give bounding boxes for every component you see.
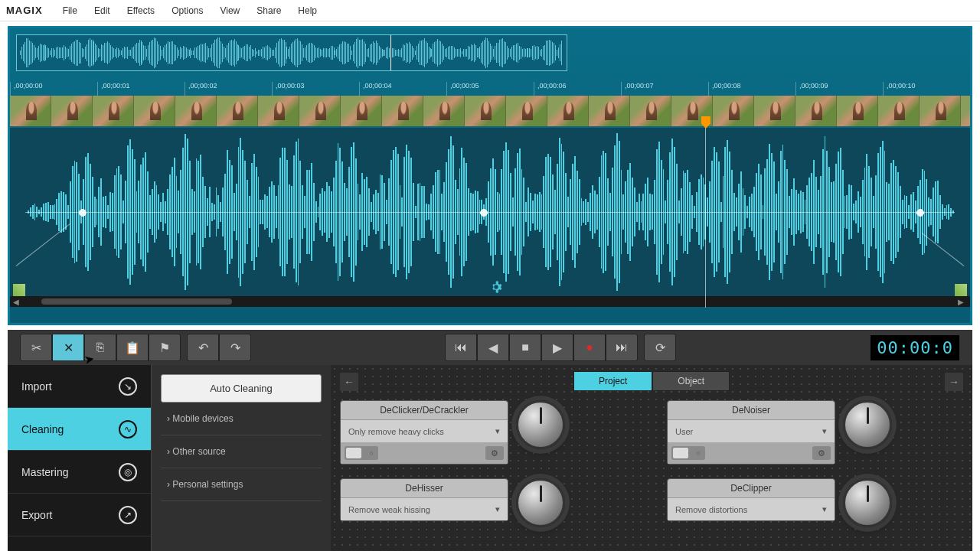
time-ruler[interactable]: ,00;00:00 ,00;00:01 ,00;00:02 ,00;00:03 … (10, 82, 970, 96)
cross-icon: ✕ (64, 341, 74, 355)
sidebar-item-import[interactable]: Import ↘ (8, 365, 151, 408)
fade-in-corner[interactable] (13, 284, 25, 296)
skip-start-button[interactable]: ⏮ (445, 334, 477, 361)
sidebar-item-export[interactable]: Export ↗ (8, 494, 151, 536)
copy-icon: ⎘ (96, 341, 104, 354)
import-icon: ↘ (119, 377, 137, 396)
fade-handle[interactable] (916, 209, 924, 217)
menu-view[interactable]: View (212, 2, 247, 19)
subnav-mobile[interactable]: › Mobile devices (161, 403, 322, 435)
mastering-icon: ◎ (119, 463, 137, 481)
effect-title: DeNoiser (668, 401, 835, 420)
prev-icon: ◀ (488, 341, 498, 355)
overview-playhead[interactable] (390, 35, 391, 71)
sidebar-item-mastering[interactable]: Mastering ◎ (8, 451, 151, 494)
effect-preset-select[interactable]: User ▾ (668, 420, 835, 442)
menu-bar: MAGIX File Edit Effects Options View Sha… (0, 0, 980, 21)
record-button[interactable]: ● (573, 334, 606, 361)
play-button[interactable]: ▶ (541, 334, 573, 361)
cleaning-subnav: Auto Cleaning › Mobile devices › Other s… (152, 365, 331, 551)
time-tick: ,00;00:04 (359, 82, 446, 96)
chevron-down-icon: ▾ (495, 426, 500, 436)
effect-preset-select[interactable]: Remove weak hissing ▾ (341, 498, 508, 520)
scroll-thumb[interactable] (41, 298, 232, 305)
skip-end-button[interactable]: ⏭ (606, 334, 638, 361)
sidebar-item-label: Import (21, 380, 52, 393)
gear-icon: ⚙ (818, 448, 825, 458)
redo-icon: ↷ (230, 341, 240, 355)
auto-cleaning-button[interactable]: Auto Cleaning (161, 374, 322, 403)
paste-icon: 📋 (125, 341, 140, 355)
time-tick: ,00;00:07 (621, 82, 708, 96)
marker-button[interactable]: ⚑ (149, 334, 181, 361)
effect-title: DeHisser (341, 479, 508, 498)
record-icon: ● (586, 341, 593, 354)
fade-handle[interactable] (79, 209, 87, 217)
gear-icon: ⚙ (491, 448, 498, 458)
effect-preset-select[interactable]: Remove distortions ▾ (668, 498, 835, 520)
effect-knob[interactable] (843, 478, 892, 527)
time-tick: ,00;00:02 (185, 82, 272, 96)
transport-toolbar: ✂ ✕ ⎘ 📋 ⚑ ↶ ↷ ⏮ ◀ ■ ▶ ● ⏭ ⟳ 00:00:0 (8, 330, 972, 365)
effect-toggle[interactable]: ○ (671, 446, 705, 460)
track-settings-icon[interactable] (490, 281, 502, 293)
stop-button[interactable]: ■ (509, 334, 541, 361)
arrow-right-icon: → (949, 376, 959, 388)
menu-options[interactable]: Options (164, 2, 211, 19)
loop-icon: ⟳ (655, 341, 665, 355)
redo-button[interactable]: ↷ (219, 334, 251, 361)
chevron-down-icon: ▾ (822, 504, 827, 514)
time-tick: ,00;00:00 (10, 82, 97, 96)
chevron-down-icon: ▾ (495, 504, 500, 514)
fade-out-corner[interactable] (955, 284, 967, 296)
tab-object[interactable]: Object (652, 371, 730, 391)
overview-waveform[interactable] (16, 34, 567, 71)
subnav-other[interactable]: › Other source (161, 435, 322, 468)
effect-declicker: DeClicker/DeCrackler Only remove heavy c… (340, 400, 636, 465)
effect-preset-label: Remove weak hissing (348, 505, 430, 514)
arrow-left-icon: ← (344, 376, 354, 388)
effect-denoiser: DeNoiser User ▾ ○ ⚙ (667, 400, 963, 465)
app-logo: MAGIX (6, 5, 43, 16)
scroll-right-icon[interactable]: ▶ (958, 298, 967, 306)
sidebar-item-label: Cleaning (21, 423, 64, 435)
subnav-personal[interactable]: › Personal settings (161, 468, 322, 501)
effects-next-button[interactable]: → (945, 373, 963, 391)
effect-knob[interactable] (516, 400, 565, 449)
loop-button[interactable]: ⟳ (644, 334, 676, 361)
menu-share[interactable]: Share (249, 2, 289, 19)
effect-declipper: DeClipper Remove distortions ▾ (667, 478, 963, 527)
menu-effects[interactable]: Effects (119, 2, 162, 19)
effect-preset-label: Remove distortions (675, 505, 747, 514)
effect-toggle[interactable]: ○ (345, 446, 378, 460)
effect-settings-button[interactable]: ⚙ (812, 446, 831, 460)
effect-preset-label: User (675, 427, 693, 436)
envelope-line[interactable] (25, 212, 955, 213)
menu-file[interactable]: File (55, 2, 85, 19)
chevron-down-icon: ▾ (822, 426, 827, 436)
timeline-panel: ,00;00:00 ,00;00:01 ,00;00:02 ,00;00:03 … (8, 26, 972, 325)
effect-knob[interactable] (516, 478, 565, 527)
effect-preset-select[interactable]: Only remove heavy clicks ▾ (341, 420, 508, 442)
sidebar-item-cleaning[interactable]: Cleaning ∿ (8, 408, 151, 451)
split-button[interactable]: ✕ (52, 334, 84, 361)
audio-track[interactable] (10, 128, 970, 296)
menu-edit[interactable]: Edit (87, 2, 118, 19)
sidebar-item-label: Mastering (21, 466, 68, 478)
effect-settings-button[interactable]: ⚙ (485, 446, 504, 460)
effect-knob[interactable] (843, 400, 892, 449)
tab-project[interactable]: Project (573, 371, 652, 391)
video-track[interactable] (10, 96, 970, 126)
paste-button[interactable]: 📋 (116, 334, 149, 361)
effects-prev-button[interactable]: ← (340, 373, 358, 391)
playhead-marker[interactable] (701, 116, 710, 129)
time-tick: ,00;00:09 (795, 82, 883, 96)
cut-button[interactable]: ✂ (20, 334, 52, 361)
cleaning-icon: ∿ (119, 420, 137, 439)
skip-end-icon: ⏭ (616, 341, 628, 354)
horizontal-scrollbar[interactable]: ◀ ▶ (10, 296, 970, 307)
undo-button[interactable]: ↶ (187, 334, 219, 361)
scroll-left-icon[interactable]: ◀ (13, 298, 22, 306)
prev-button[interactable]: ◀ (477, 334, 509, 361)
menu-help[interactable]: Help (290, 2, 325, 19)
